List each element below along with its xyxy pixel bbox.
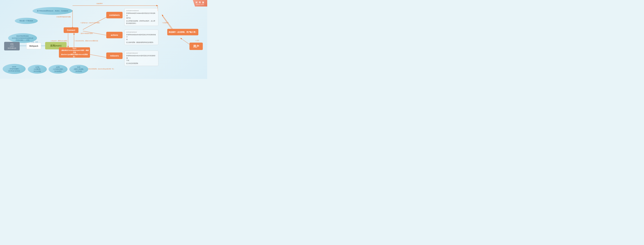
- node-tools: tools （通用工具函数） (src/tools): [69, 65, 88, 74]
- config-text: config （全局配置） (src/config): [33, 66, 42, 72]
- node-reducers-box: reducers: [106, 52, 122, 59]
- node-containers-box: containers: [106, 12, 122, 18]
- label-trigger-event: 2.触发事件: [96, 3, 103, 4]
- entry-text: entry （入口） (src/index.js): [8, 43, 16, 49]
- trial-label: 试 用 版: [196, 1, 204, 4]
- diagram-container: 试 用 版 XMind ZEN: [0, 0, 207, 79]
- node-combine-module: 组合成一个Module: [15, 18, 38, 24]
- node-store: Store （接收来自Connect的dispatch请求，根据不同 的acti…: [59, 47, 90, 58]
- info-containers: src/main/containers/ 所有Module的Container按…: [124, 8, 158, 26]
- label-provide-ops: 提供不同的操作逻辑: [81, 32, 93, 34]
- info-reducers: src/main/reducers/ 所有Module的reducer按对应的文…: [124, 50, 158, 66]
- label-dispatch: 4.dispatch（携带action参数）: [50, 40, 68, 42]
- info-actions: src/main/actions/ 所有Module的action按对应的文件夹…: [124, 29, 158, 45]
- server-text: server （本地开发服务） (src/local-service): [8, 66, 20, 72]
- node-connect: Connect: [64, 27, 78, 33]
- tools-text: tools （通用工具函数） (src/tools): [73, 66, 85, 72]
- node-config: config （全局配置） (src/config): [28, 65, 47, 74]
- node-actions-box: actions: [106, 32, 122, 38]
- node-module-rca: 某个Module的Reducer、Action、Container: [32, 7, 72, 15]
- node-public: public （公共静态资源） (src/public): [48, 65, 68, 74]
- label-dev-publish: 开发、发布: [32, 41, 38, 43]
- label-interact: 1.交互: [196, 40, 199, 41]
- label-show-ui: 7.呈现界面: [162, 22, 168, 24]
- public-text: public （公共静态资源） (src/public): [52, 66, 64, 72]
- trial-badge: 试 用 版 XMind ZEN: [193, 0, 207, 6]
- node-webpack: Webpack: [26, 43, 41, 49]
- label-respond-action: 3.响应事件触发操作函数: [56, 16, 71, 18]
- store-text: Store （接收来自Connect的dispatch请求，根据不同 的acti…: [60, 47, 89, 58]
- node-entry: entry （入口） (src/index.js): [4, 42, 20, 50]
- combine-all-text: 组合所有的Module (src/main/containers/modules…: [12, 35, 33, 41]
- trial-sub: XMind ZEN: [196, 4, 204, 5]
- label-state-change: 5.状态发生变化，通知Connect重新渲染: [75, 40, 98, 42]
- label-provide-props: 6.提供props（state 和 操作函数）: [81, 22, 101, 24]
- svg-line-8: [180, 38, 190, 44]
- node-launch-op: 发起操作（点击按钮、用户输入等）: [167, 29, 198, 35]
- node-user: 用户: [190, 43, 203, 50]
- node-server: server （本地开发服务） (src/local-service): [3, 64, 26, 74]
